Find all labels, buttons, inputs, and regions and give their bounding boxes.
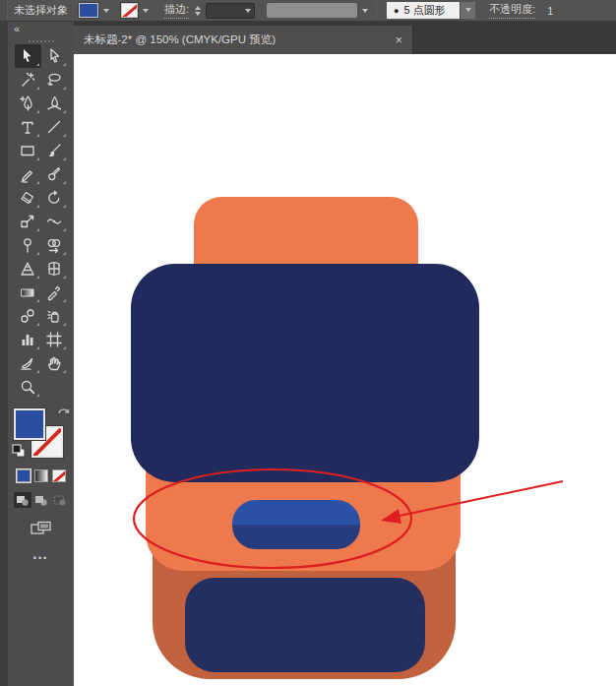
backpack-handle[interactable] <box>232 500 360 549</box>
artwork <box>74 54 616 686</box>
paintbrush-icon <box>45 142 63 159</box>
column-graph-icon <box>19 331 36 348</box>
symbol-sprayer-tool[interactable] <box>41 304 68 328</box>
default-fill-stroke-icon[interactable] <box>12 444 27 459</box>
edit-toolbar-ellipsis[interactable]: ••• <box>33 553 48 563</box>
magic-wand-tool[interactable] <box>15 68 41 92</box>
none-button[interactable] <box>52 469 66 482</box>
rotate-tool[interactable] <box>41 186 68 210</box>
brush-name: 5 点圆形 <box>404 3 446 18</box>
screen-mode-button[interactable] <box>31 521 52 537</box>
gradient-button[interactable] <box>34 469 48 482</box>
artboard-icon <box>45 331 63 348</box>
swap-fill-stroke-icon[interactable] <box>57 405 71 416</box>
stroke-weight-field[interactable] <box>206 3 255 19</box>
collapse-panel-icon[interactable]: « <box>8 22 74 35</box>
stroke-weight-stepper[interactable] <box>195 3 201 19</box>
scale-icon <box>19 213 36 230</box>
blend-icon <box>19 307 36 325</box>
zoom-tool[interactable] <box>15 375 41 399</box>
stroke-label[interactable]: 描边: <box>164 2 189 19</box>
magic-wand-icon <box>19 71 36 89</box>
chevron-down-icon[interactable] <box>103 9 109 16</box>
opacity-label[interactable]: 不透明度: <box>489 2 535 19</box>
draw-behind-button[interactable] <box>32 492 50 508</box>
tools-panel: « <box>8 22 74 686</box>
gradient-icon <box>19 283 36 301</box>
puppet-warp-icon <box>19 236 36 254</box>
tools-grid <box>15 44 68 399</box>
gradient-tool[interactable] <box>15 281 41 304</box>
rectangle-tool[interactable] <box>15 139 41 162</box>
blend-tool[interactable] <box>15 304 41 328</box>
zoom-icon <box>19 378 36 396</box>
backpack-top[interactable] <box>131 264 479 482</box>
draw-inside-button[interactable] <box>51 492 69 508</box>
eraser-tool[interactable] <box>15 186 41 210</box>
fill-color-swatch[interactable] <box>79 3 98 18</box>
line-segment-icon <box>45 118 63 136</box>
draw-normal-button[interactable] <box>14 492 31 508</box>
brush-face[interactable]: ● 5 点圆形 <box>387 2 460 19</box>
brush-bullet-icon: ● <box>394 6 399 16</box>
fill-swatch[interactable] <box>14 408 45 440</box>
artboard-tool[interactable] <box>41 328 68 351</box>
puppet-warp-tool[interactable] <box>15 233 41 257</box>
eraser-icon <box>19 189 36 207</box>
close-tab-icon[interactable]: × <box>395 32 402 47</box>
eyedropper-icon <box>45 283 63 301</box>
pen-icon <box>19 94 36 112</box>
chevron-down-icon[interactable] <box>143 9 149 16</box>
selection-tool[interactable] <box>15 44 41 68</box>
control-bar-grip[interactable] <box>0 0 8 21</box>
perspective-grid-tool[interactable] <box>15 257 41 281</box>
canvas <box>74 54 616 686</box>
draw-behind-icon <box>34 494 48 507</box>
color-button[interactable] <box>17 469 31 482</box>
shape-builder-tool[interactable] <box>41 233 68 257</box>
stroke-none-swatch[interactable] <box>121 3 138 18</box>
document-tab[interactable]: 未标题-2* @ 150% (CMYK/GPU 预览) × <box>74 26 413 54</box>
brush-chevron-button[interactable] <box>460 2 475 19</box>
stepper-down-icon[interactable] <box>195 12 201 19</box>
width-profile-dropdown[interactable] <box>267 3 357 18</box>
brush-definition-dropdown[interactable]: ● 5 点圆形 <box>387 2 475 19</box>
stepper-up-icon[interactable] <box>195 3 201 10</box>
lasso-tool[interactable] <box>41 68 68 92</box>
symbol-sprayer-icon <box>45 307 63 325</box>
selection-icon <box>19 47 36 65</box>
document-title: 未标题-2* @ 150% (CMYK/GPU 预览) <box>84 32 387 47</box>
shaper-tool[interactable] <box>15 162 41 186</box>
type-tool[interactable] <box>15 115 41 139</box>
mesh-tool[interactable] <box>41 257 68 281</box>
drawing-modes <box>14 492 69 508</box>
panel-drag-grip[interactable] <box>29 40 54 42</box>
eyedropper-tool[interactable] <box>41 281 68 304</box>
pen-tool[interactable] <box>15 92 41 115</box>
shaper-icon <box>19 165 36 183</box>
mesh-icon <box>45 260 63 278</box>
type-icon <box>19 118 36 136</box>
line-segment-tool[interactable] <box>41 115 68 139</box>
paintbrush-tool[interactable] <box>41 139 68 162</box>
blob-brush-tool[interactable] <box>41 162 68 186</box>
slice-tool[interactable] <box>15 351 41 375</box>
opacity-value[interactable]: 1 <box>547 5 553 17</box>
draw-inside-icon <box>53 494 67 507</box>
direct-selection-tool[interactable] <box>41 44 68 68</box>
width-tool[interactable] <box>41 210 68 233</box>
column-graph-tool[interactable] <box>15 328 41 351</box>
scale-tool[interactable] <box>15 210 41 233</box>
handle-top[interactable] <box>232 500 360 526</box>
backpack-pocket[interactable] <box>185 578 425 672</box>
dock-edge <box>0 22 8 686</box>
chevron-down-icon[interactable] <box>362 9 368 16</box>
draw-normal-icon <box>16 494 30 507</box>
handle-bottom[interactable] <box>232 525 360 549</box>
divider <box>376 3 377 19</box>
lasso-icon <box>45 71 63 89</box>
curvature-icon <box>45 94 63 112</box>
chevron-down-icon[interactable] <box>245 9 251 16</box>
hand-tool[interactable] <box>41 351 68 375</box>
curvature-tool[interactable] <box>41 92 68 115</box>
